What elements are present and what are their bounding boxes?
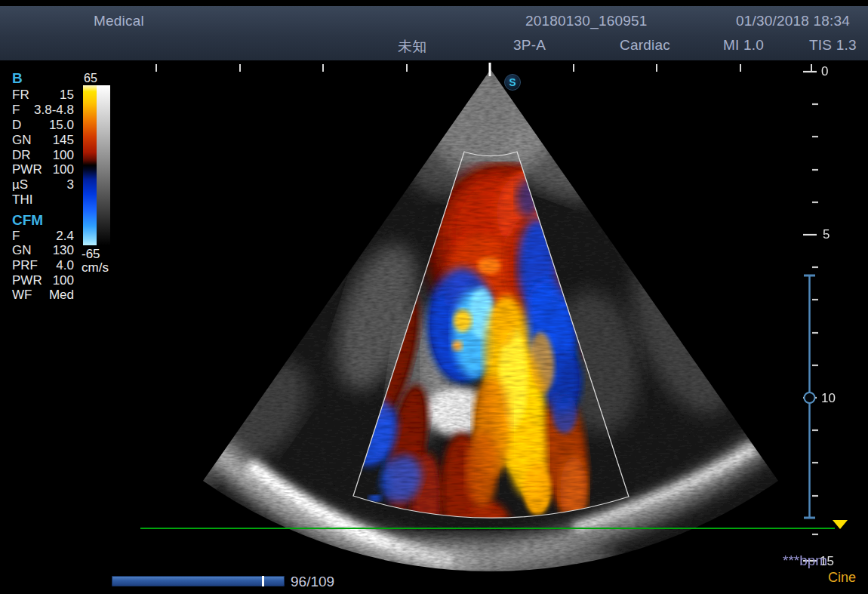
param-value: 15.0 [49,118,74,133]
velocity-scale-min: -65 [82,247,100,262]
param-value: 130 [53,243,74,258]
patient-name[interactable]: 未知 [398,37,426,57]
param-value: 2.4 [56,229,74,244]
exam-type-label[interactable]: Cardiac [620,37,670,54]
param-row-cfm-gn: GN130 [12,243,74,258]
velocity-scale-unit: cm/s [82,260,109,275]
tgc-slider-handle[interactable] [805,392,815,403]
ultrasound-workstation-screen: { "header": { "brand": "Medical", "study… [0,0,868,594]
param-row-cfm-pwr: PWR100 [12,273,74,288]
param-value: 3 [67,177,74,192]
param-row-cfm-wf: WFMed [12,288,74,303]
velocity-colorbar [83,85,110,245]
depth-label-10: 10 [821,391,836,406]
param-row-cfm-f: F2.4 [12,229,74,244]
param-label: GN [12,243,32,258]
param-row-gn: GN145 [12,133,74,148]
param-label: FR [12,88,29,103]
cine-position-marker[interactable] [262,576,264,586]
cine-mode-label: Cine [828,570,856,586]
param-label: D [12,118,21,133]
param-row-pwr: PWR100 [12,162,74,177]
param-label: F [12,103,20,118]
param-label: PWR [12,162,42,177]
header-bar: Medical 20180130_160951 01/30/2018 18:34… [0,6,868,60]
param-label: WF [12,288,32,303]
cfm-mode-title: CFM [12,212,43,229]
param-label: GN [12,133,32,148]
cine-progress-bar[interactable] [112,576,285,586]
width-scale-ticks [156,64,811,72]
param-value: 4.0 [56,258,74,273]
param-row-f: F3.8-4.8 [12,103,74,118]
param-row-thi: THI [12,192,74,208]
param-label: DR [12,148,31,163]
param-value: 100 [53,162,74,177]
ultrasound-canvas [0,0,868,594]
grayscale-gradient-bar [97,85,110,245]
probe-label[interactable]: 3P-A [513,37,546,54]
param-label: F [12,229,20,244]
param-label: PWR [12,273,42,288]
param-row-us: µS3 [12,177,74,192]
study-id: 20180130_160951 [525,13,648,29]
depth-label-5: 5 [823,227,830,242]
brand-title: Medical [94,13,144,29]
param-label: PRF [12,258,38,273]
param-value: 3.8-4.8 [34,103,74,118]
tis-value: TIS 1.3 [809,37,857,54]
velocity-scale-max: 65 [84,72,97,85]
doppler-color-gradient-bar [83,85,97,245]
param-row-d: D15.0 [12,118,74,133]
param-label: µS [12,177,28,192]
vendor-logo-icon: S [504,74,521,91]
tgc-slider[interactable] [804,275,815,518]
param-row-cfm-prf: PRF4.0 [12,258,74,273]
param-value: 100 [53,273,74,288]
param-label: THI [12,192,32,208]
param-value: 15 [60,88,74,103]
param-value: 100 [53,148,74,163]
param-row-dr: DR100 [12,148,74,163]
depth-ruler-ticks [803,72,818,561]
heart-rate-value: ***bpm [783,552,827,569]
frame-counter: 96/109 [291,574,334,590]
datetime-label: 01/30/2018 18:34 [736,13,850,29]
param-row-fr: FR15 [12,88,74,103]
depth-label-0: 0 [821,64,828,79]
param-value: 145 [53,133,74,148]
mi-value: MI 1.0 [723,37,764,54]
b-mode-title: B [12,70,23,87]
param-value: Med [49,288,74,303]
